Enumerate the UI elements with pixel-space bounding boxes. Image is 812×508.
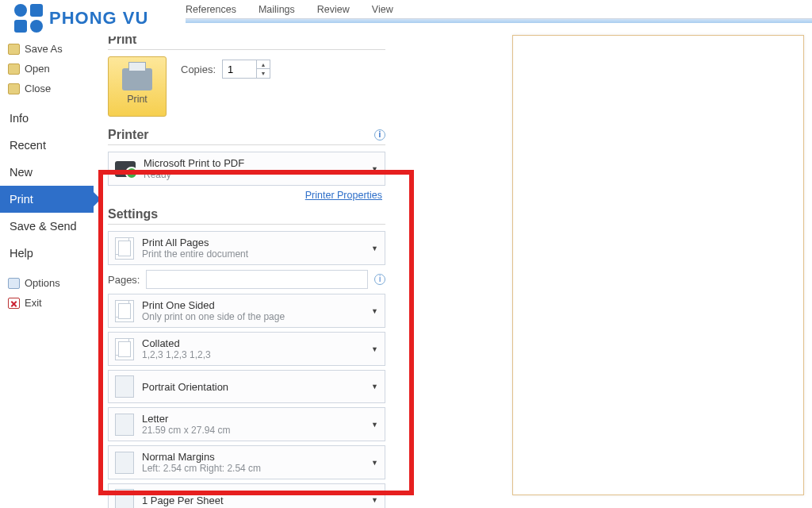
nav-recent[interactable]: Recent: [0, 132, 94, 159]
logo-text: PHONG VU: [49, 8, 148, 29]
exit-icon: [8, 298, 20, 309]
sheet-icon: [115, 489, 134, 508]
copies-input[interactable]: [223, 60, 256, 78]
brand-logo: PHONG VU: [0, 0, 186, 37]
print-scope-dropdown[interactable]: Print All Pages Print the entire documen…: [108, 231, 385, 265]
printer-status: Ready: [144, 169, 244, 180]
copies-up[interactable]: ▲: [257, 60, 270, 69]
folder-open-icon: [8, 64, 20, 75]
page-preview: [512, 35, 804, 495]
chevron-down-icon: ▼: [371, 459, 378, 467]
chevron-down-icon: ▼: [371, 244, 378, 252]
nav-open[interactable]: Open: [0, 59, 94, 79]
sided-dropdown[interactable]: Print One SidedOnly print on one side of…: [108, 294, 385, 328]
single-side-icon: [115, 300, 134, 322]
copies-down[interactable]: ▼: [257, 69, 270, 78]
pages-label: Pages:: [108, 274, 140, 286]
chevron-down-icon: ▼: [371, 345, 378, 353]
info-icon[interactable]: i: [374, 129, 385, 140]
folder-icon: [8, 83, 20, 94]
settings-header: Settings: [108, 207, 385, 225]
nav-exit[interactable]: Exit: [0, 293, 94, 313]
print-button[interactable]: Print: [108, 56, 167, 117]
tab-references[interactable]: References: [186, 4, 236, 15]
copies-label: Copies:: [181, 64, 216, 75]
orientation-dropdown[interactable]: Portrait Orientation ▼: [108, 370, 385, 403]
collate-dropdown[interactable]: Collated1,2,3 1,2,3 1,2,3 ▼: [108, 332, 385, 366]
logo-icon: [14, 4, 43, 33]
nav-options[interactable]: Options: [0, 273, 94, 293]
chevron-down-icon: ▼: [371, 496, 378, 504]
chevron-down-icon: ▼: [371, 383, 378, 391]
options-icon: [8, 278, 20, 289]
nav-print[interactable]: Print: [0, 186, 94, 213]
collate-icon: [115, 338, 134, 360]
paper-size-dropdown[interactable]: Letter21.59 cm x 27.94 cm ▼: [108, 407, 385, 441]
printer-name: Microsoft Print to PDF: [144, 157, 244, 169]
nav-help[interactable]: Help: [0, 240, 94, 267]
printer-status-icon: [115, 161, 136, 177]
printer-dropdown[interactable]: Microsoft Print to PDF Ready ▼: [108, 152, 385, 186]
backstage-nav: Save As Open Close Info Recent New Print…: [0, 23, 94, 508]
margins-icon: [115, 452, 134, 474]
nav-save-send[interactable]: Save & Send: [0, 213, 94, 240]
nav-new[interactable]: New: [0, 159, 94, 186]
copies-spinner[interactable]: ▲ ▼: [222, 60, 270, 79]
printer-header: Printeri: [108, 128, 385, 145]
chevron-down-icon: ▼: [371, 307, 378, 315]
tab-view[interactable]: View: [372, 4, 393, 15]
nav-close[interactable]: Close: [0, 79, 94, 98]
margins-dropdown[interactable]: Normal MarginsLeft: 2.54 cm Right: 2.54 …: [108, 445, 385, 479]
chevron-down-icon: ▼: [371, 421, 378, 429]
paper-icon: [115, 414, 134, 436]
pages-per-sheet-dropdown[interactable]: 1 Page Per Sheet ▼: [108, 483, 385, 508]
nav-save-as[interactable]: Save As: [0, 39, 94, 59]
printer-properties-link[interactable]: Printer Properties: [108, 190, 382, 201]
chevron-down-icon: ▼: [371, 165, 378, 173]
tab-mailings[interactable]: Mailings: [259, 4, 295, 15]
tab-review[interactable]: Review: [317, 4, 350, 15]
nav-info[interactable]: Info: [0, 105, 94, 132]
portrait-icon: [115, 375, 134, 398]
print-button-label: Print: [127, 94, 147, 105]
info-icon[interactable]: i: [374, 274, 385, 285]
print-panel: Print Print Copies: ▲ ▼ Printeri Microso…: [94, 23, 395, 508]
floppy-icon: [8, 44, 20, 55]
printer-icon: [122, 68, 152, 90]
pages-icon: [115, 237, 134, 260]
pages-input[interactable]: [146, 270, 368, 289]
